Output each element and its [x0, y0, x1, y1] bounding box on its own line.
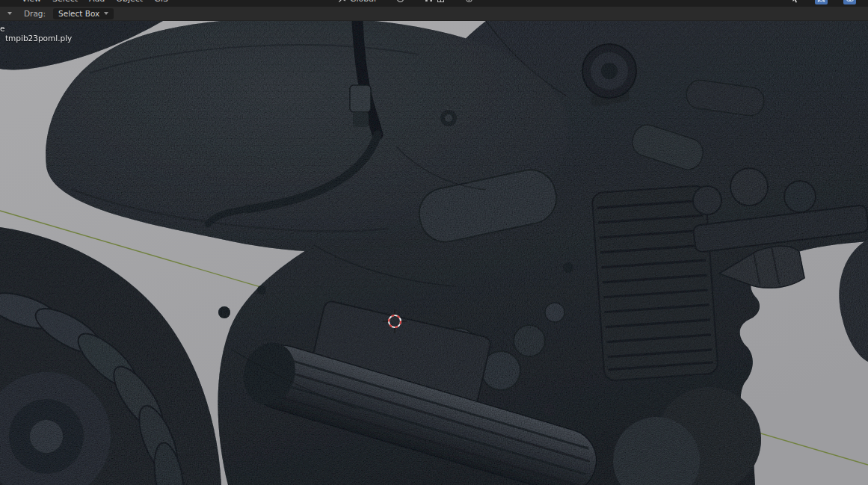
viewport-canvas[interactable] — [0, 21, 868, 485]
menu-object[interactable]: Object — [116, 0, 143, 4]
gizmo-toggle-icon — [817, 0, 825, 3]
transform-orientation-dropdown[interactable]: Global — [350, 0, 376, 4]
menu-gis[interactable]: GIS — [154, 0, 168, 4]
gizmo-toggle-button[interactable] — [815, 0, 828, 4]
blender-window: { "menubar": { "items": ["View", "Select… — [0, 0, 868, 485]
overlays-toggle-icon — [846, 0, 855, 3]
select-box-dropdown[interactable]: Select Box — [53, 8, 114, 19]
radiator-fins — [591, 185, 718, 381]
snap-target-icon[interactable] — [437, 0, 445, 3]
proportional-editing-icon[interactable] — [465, 0, 473, 3]
select-cursor-icon[interactable] — [792, 0, 799, 3]
menu-add[interactable]: Add — [89, 0, 105, 4]
viewport-header: View Select Add Object GIS Global — [0, 0, 868, 7]
3d-viewport[interactable]: e tmpib23poml.ply — [0, 21, 868, 485]
tool-settings-bar: Drag: Select Box — [0, 7, 868, 21]
tool-settings-chevron-icon[interactable] — [7, 12, 12, 15]
drag-label: Drag: — [24, 9, 46, 18]
transform-orientation-icon — [338, 0, 346, 3]
overlays-toggle-button[interactable] — [843, 0, 856, 4]
menu-select[interactable]: Select — [52, 0, 78, 4]
snap-magnet-icon[interactable] — [425, 0, 433, 3]
pivot-point-icon[interactable] — [396, 0, 404, 3]
chevron-down-icon — [104, 12, 108, 15]
menu-view[interactable]: View — [22, 0, 41, 4]
select-box-label: Select Box — [58, 9, 99, 18]
